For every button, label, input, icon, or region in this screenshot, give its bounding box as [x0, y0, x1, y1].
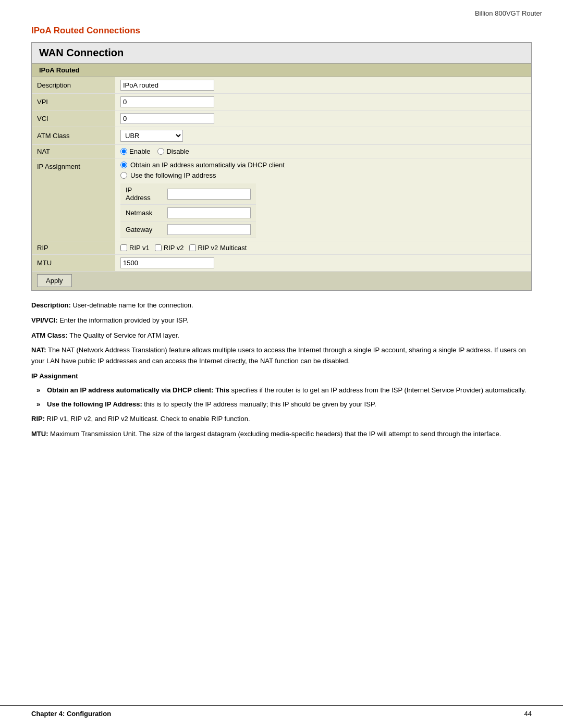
section-title: IPoA Routed Connections — [31, 26, 532, 36]
gateway-input[interactable] — [167, 224, 251, 235]
rip-bold: RIP: — [31, 415, 45, 423]
nat-label: NAT — [32, 145, 115, 158]
rip-text: RIP v1, RIP v2, and RIP v2 Multicast. Ch… — [45, 415, 250, 423]
nat-disable-text: Disable — [166, 147, 189, 155]
vpi-value-cell — [115, 94, 531, 110]
mtu-label: MTU — [32, 255, 115, 272]
netmask-input[interactable] — [167, 207, 251, 218]
mtu-bold: MTU: — [31, 430, 48, 438]
rip-label: RIP — [32, 241, 115, 255]
nat-disable-radio[interactable] — [157, 148, 164, 155]
gateway-label: Gateway — [120, 221, 162, 238]
atm-class-value-cell: UBR CBR VBR — [115, 127, 531, 145]
ip-fields-table: IP Address Netmask — [120, 183, 256, 238]
ip-address-row: IP Address — [120, 183, 256, 205]
apply-row: Apply — [32, 272, 531, 290]
apply-cell: Apply — [32, 272, 531, 290]
nat-text: The NAT (Network Address Translation) fe… — [31, 346, 526, 365]
ip-bullet1-text: specifies if the router is to get an IP … — [229, 386, 526, 394]
apply-button[interactable]: Apply — [37, 274, 72, 287]
atm-class-select[interactable]: UBR CBR VBR — [120, 130, 183, 142]
rip-v2-multicast-text: RIP v2 Multicast — [198, 244, 247, 252]
vci-label: VCI — [32, 110, 115, 127]
description-label: Description — [32, 77, 115, 94]
nat-enable-radio[interactable] — [120, 148, 127, 155]
vpivci-para: VPI/VCI: Enter the information provided … — [31, 315, 532, 326]
mtu-row: MTU — [32, 255, 531, 272]
description-value-cell — [115, 77, 531, 94]
atm-bold: ATM Class: — [31, 331, 68, 339]
rip-checkbox-group: RIP v1 RIP v2 RIP v2 Multicast — [120, 244, 526, 252]
vpivci-bold: VPI/VCI: — [31, 316, 58, 324]
page-footer: Chapter 4: Configuration 44 — [0, 705, 563, 718]
rip-row: RIP RIP v1 RIP v2 RIP v2 Mul — [32, 241, 531, 255]
page-content: IPoA Routed Connections WAN Connection I… — [0, 20, 563, 475]
mtu-para: MTU: Maximum Transmission Unit. The size… — [31, 429, 532, 440]
atm-class-label: ATM Class — [32, 127, 115, 145]
description-block: Description: User-definable name for the… — [31, 300, 532, 440]
vci-value-cell — [115, 110, 531, 127]
vci-input[interactable] — [120, 113, 214, 124]
page-header: Billion 800VGT Router — [0, 0, 563, 20]
gateway-cell — [162, 221, 256, 238]
atm-para: ATM Class: The Quality of Service for AT… — [31, 330, 532, 341]
ip-block: Obtain an IP address automatically via D… — [120, 161, 526, 238]
rip-v2-multicast-label[interactable]: RIP v2 Multicast — [189, 244, 247, 252]
footer-page-number: 44 — [524, 710, 532, 718]
rip-para: RIP: RIP v1, RIP v2, and RIP v2 Multicas… — [31, 414, 532, 425]
ip-bullet1-bold: Obtain an IP address automatically via D… — [47, 386, 229, 394]
ip-bullet2-bold: Use the following IP Address: — [47, 400, 142, 408]
vpi-row: VPI — [32, 94, 531, 110]
form-table: Description VPI VCI ATM Class — [32, 77, 531, 290]
ip-manual-label: Use the following IP address — [130, 171, 216, 179]
netmask-label: Netmask — [120, 205, 162, 221]
rip-value-cell: RIP v1 RIP v2 RIP v2 Multicast — [115, 241, 531, 255]
vci-row: VCI — [32, 110, 531, 127]
ip-assignment-row: IP Assignment Obtain an IP address autom… — [32, 158, 531, 241]
description-row: Description — [32, 77, 531, 94]
gateway-row: Gateway — [120, 221, 256, 238]
ip-dhcp-radio[interactable] — [120, 162, 127, 168]
atm-text: The Quality of Service for ATM layer. — [68, 331, 179, 339]
footer-chapter: Chapter 4: Configuration — [31, 710, 111, 718]
ip-dhcp-label: Obtain an IP address automatically via D… — [130, 161, 285, 169]
router-title: Billion 800VGT Router — [475, 9, 542, 17]
ip-address-input[interactable] — [167, 189, 251, 200]
netmask-row: Netmask — [120, 205, 256, 221]
nat-para: NAT: The NAT (Network Address Translatio… — [31, 345, 532, 367]
ip-assignment-label: IP Assignment — [32, 158, 115, 241]
rip-v2-checkbox[interactable] — [155, 244, 162, 251]
wan-connection-heading: WAN Connection — [39, 47, 524, 59]
wan-connection-box: WAN Connection IPoA Routed Description V… — [31, 42, 532, 291]
wan-connection-header: WAN Connection — [32, 43, 531, 64]
ipoa-routed-header: IPoA Routed — [32, 64, 531, 77]
description-input[interactable] — [120, 80, 214, 91]
ip-bullet2-text: this is to specify the IP address manual… — [142, 400, 376, 408]
desc-bold: Description: — [31, 301, 71, 309]
ip-manual-radio[interactable] — [120, 172, 127, 179]
vpivci-text: Enter the information provided by your I… — [58, 316, 189, 324]
mtu-input[interactable] — [120, 257, 214, 268]
ip-manual-row: Use the following IP address — [120, 171, 526, 179]
rip-v1-label[interactable]: RIP v1 — [120, 244, 150, 252]
rip-v1-checkbox[interactable] — [120, 244, 127, 251]
nat-value-cell: Enable Disable — [115, 145, 531, 158]
ip-assignment-value-cell: Obtain an IP address automatically via D… — [115, 158, 531, 241]
ip-bullet1: Obtain an IP address automatically via D… — [36, 385, 532, 396]
nat-bold: NAT: — [31, 346, 46, 354]
vpi-input[interactable] — [120, 96, 214, 107]
ip-dhcp-row: Obtain an IP address automatically via D… — [120, 161, 526, 169]
nat-enable-label[interactable]: Enable — [120, 147, 150, 155]
ip-assignment-list: Obtain an IP address automatically via D… — [31, 385, 532, 410]
desc-text: User-definable name for the connection. — [71, 301, 193, 309]
nat-disable-label[interactable]: Disable — [157, 147, 189, 155]
nat-enable-text: Enable — [129, 147, 150, 155]
atm-class-row: ATM Class UBR CBR VBR — [32, 127, 531, 145]
rip-v2-multicast-checkbox[interactable] — [189, 244, 196, 251]
ip-address-label: IP Address — [120, 183, 162, 205]
rip-v1-text: RIP v1 — [129, 244, 150, 252]
ip-assignment-heading: IP Assignment — [31, 371, 532, 382]
vpi-label: VPI — [32, 94, 115, 110]
rip-v2-label[interactable]: RIP v2 — [155, 244, 184, 252]
ip-sub-table: IP Address Netmask — [120, 183, 526, 238]
